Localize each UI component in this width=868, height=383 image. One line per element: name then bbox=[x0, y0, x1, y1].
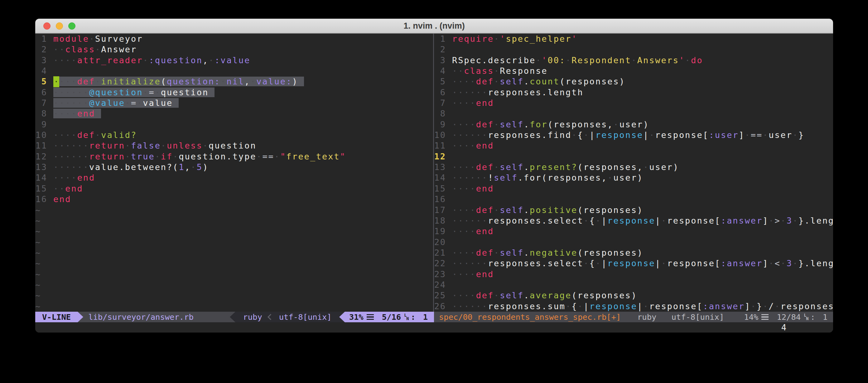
line-number: 19 bbox=[434, 226, 446, 237]
code-line[interactable]: 9 bbox=[35, 119, 433, 130]
code-line[interactable]: 11 ····end bbox=[434, 140, 833, 151]
code-line[interactable]: 10 ····def·valid? bbox=[35, 130, 433, 140]
gutter-space bbox=[446, 87, 452, 98]
code-line[interactable]: 6 ······@question·=·question bbox=[35, 87, 433, 98]
gutter-space bbox=[446, 140, 452, 151]
token-w: responses.length.to_f bbox=[781, 302, 833, 311]
nvim-terminal: 1 module·Surveyor2 ··class·Answer3 ····a… bbox=[35, 34, 833, 333]
line-number: 10 bbox=[35, 130, 48, 140]
code-line[interactable]: 7 ······@value·=·value bbox=[35, 98, 433, 108]
code-line[interactable]: 7 ····end bbox=[434, 98, 833, 108]
code-line[interactable]: 15 ····end bbox=[434, 183, 833, 194]
window-titlebar[interactable]: 1. nvim . (nvim) bbox=[35, 19, 833, 34]
code-line[interactable]: 8 ····end bbox=[35, 108, 433, 119]
editor-pane-answer-rb[interactable]: 1 module·Surveyor2 ··class·Answer3 ····a… bbox=[35, 34, 433, 312]
whitespace-dot: · bbox=[494, 77, 500, 86]
close-button[interactable] bbox=[43, 23, 51, 30]
token-k: end bbox=[476, 141, 494, 150]
code-line[interactable]: 3 ····attr_reader·:question,·:value bbox=[35, 55, 433, 66]
whitespace-dot: · bbox=[661, 216, 667, 225]
token-w: ) bbox=[292, 77, 298, 86]
line-indicator-icon bbox=[762, 314, 769, 320]
code-line[interactable]: 5 ····def·initialize(question:·nil,·valu… bbox=[35, 76, 433, 87]
code-line[interactable]: 1 module·Surveyor bbox=[35, 34, 433, 44]
token-k: return bbox=[89, 141, 125, 150]
code-line[interactable]: 5 ····def·self.count(responses) bbox=[434, 76, 833, 87]
whitespace-dot: · bbox=[751, 302, 757, 311]
code-line[interactable]: 12 ······return·true·if·question.type·==… bbox=[35, 151, 433, 162]
minimize-button[interactable] bbox=[56, 23, 63, 30]
scroll-percent: 31% bbox=[349, 312, 364, 322]
token-k: end bbox=[476, 227, 494, 236]
token-c: response bbox=[607, 258, 655, 268]
gutter-space bbox=[446, 248, 452, 258]
code-line[interactable]: 6 ······responses.length bbox=[434, 87, 833, 98]
code-line[interactable]: 20 bbox=[434, 237, 833, 248]
code-line[interactable]: 11 ······return·false·unless·question bbox=[35, 140, 433, 151]
token-k: end bbox=[53, 194, 71, 204]
token-k: end bbox=[77, 109, 95, 118]
whitespace-dot: ···· bbox=[53, 173, 77, 182]
whitespace-dot: · bbox=[161, 141, 167, 150]
code-line[interactable]: 24 bbox=[434, 280, 833, 290]
line-number: 5 bbox=[434, 76, 446, 87]
code-line[interactable]: 17 ····def·self.positive(responses) bbox=[434, 205, 833, 215]
token-o: = bbox=[149, 88, 155, 97]
tilde-marker: ~ bbox=[35, 216, 41, 225]
gutter-space bbox=[48, 130, 53, 140]
code-line[interactable]: 26 ······responses.sum·{·|response|·resp… bbox=[434, 301, 833, 312]
code-line[interactable]: 1 require·'spec_helper' bbox=[434, 34, 833, 44]
token-w: | bbox=[655, 258, 661, 268]
token-w: { bbox=[578, 130, 583, 140]
code-line[interactable]: 13 ····def·self.present?(responses,·user… bbox=[434, 162, 833, 173]
code-line[interactable]: 25 ····def·self.average(responses) bbox=[434, 290, 833, 301]
line-number: 13 bbox=[35, 162, 48, 173]
code-line[interactable]: 4 bbox=[35, 66, 433, 76]
token-p: self bbox=[500, 162, 524, 172]
token-m: valid? bbox=[101, 130, 137, 140]
code-line[interactable]: 18 ······responses.select·{·|response|·r… bbox=[434, 215, 833, 226]
code-line[interactable]: 16 end bbox=[35, 194, 433, 205]
token-k: def bbox=[476, 248, 494, 257]
whitespace-dot: · bbox=[769, 258, 774, 268]
code-line[interactable]: 9 ····def·self.for(responses,·user) bbox=[434, 119, 833, 130]
token-w: { bbox=[590, 258, 595, 268]
code-line[interactable]: 21 ····def·self.negative(responses) bbox=[434, 248, 833, 258]
code-line[interactable]: 16 bbox=[434, 194, 833, 205]
code-line[interactable]: 15 ··end bbox=[35, 183, 433, 194]
token-w: { bbox=[571, 302, 578, 311]
token-k: unless bbox=[167, 141, 203, 150]
whitespace-dot: · bbox=[578, 302, 583, 311]
token-p: value: bbox=[256, 77, 292, 86]
token-c: @value bbox=[89, 98, 125, 108]
code-line[interactable]: 14 ····end bbox=[35, 173, 433, 183]
line-number: 16 bbox=[35, 194, 48, 205]
token-p: 3 bbox=[786, 258, 793, 268]
code-line[interactable]: 23 ····end bbox=[434, 269, 833, 280]
code-line[interactable]: 4 ··class·Response bbox=[434, 66, 833, 76]
whitespace-dot: · bbox=[565, 56, 571, 65]
code-line[interactable]: 2 bbox=[434, 44, 833, 55]
line-number: 16 bbox=[434, 194, 446, 205]
code-line[interactable]: 3 RSpec.describe·'00:·Respondent·Answers… bbox=[434, 55, 833, 66]
code-line[interactable]: 19 ····end bbox=[434, 226, 833, 237]
line-number: 1 bbox=[35, 34, 48, 44]
token-s: Answers bbox=[637, 56, 679, 65]
gutter-space bbox=[446, 108, 452, 119]
code-line[interactable]: 2 ··class·Answer bbox=[35, 44, 433, 55]
editor-pane-spec-rb[interactable]: 1 require·'spec_helper'2 3 RSpec.describ… bbox=[434, 34, 833, 312]
code-line[interactable]: 14 ······!self.for(responses,·user) bbox=[434, 173, 833, 183]
line-number: 4 bbox=[434, 66, 446, 76]
token-q: " bbox=[340, 152, 346, 161]
code-line[interactable]: 12 bbox=[434, 151, 833, 162]
zoom-button[interactable] bbox=[68, 23, 75, 30]
whitespace-dot: · bbox=[274, 152, 280, 161]
token-w: (responses) bbox=[578, 205, 643, 215]
whitespace-dot: · bbox=[583, 130, 589, 140]
whitespace-dot: · bbox=[613, 119, 619, 129]
code-line[interactable]: 10 ······responses.find·{·|response|·res… bbox=[434, 130, 833, 140]
code-line[interactable]: 13 ······value.between?(1,·5) bbox=[35, 162, 433, 173]
code-line[interactable]: 8 bbox=[434, 108, 833, 119]
code-line[interactable]: 22 ······responses.select·{·|response|·r… bbox=[434, 258, 833, 269]
token-k: end bbox=[65, 184, 83, 194]
